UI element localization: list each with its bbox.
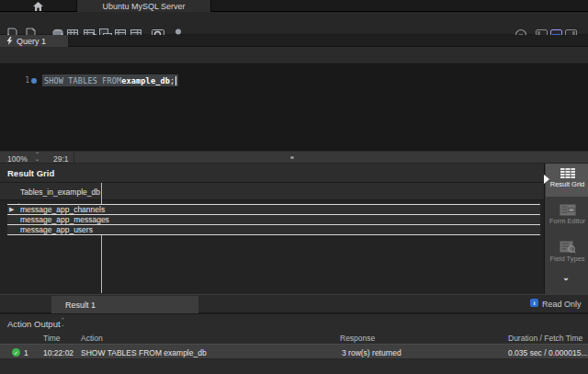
zoom-level: 100% [7, 154, 28, 164]
sql-keywords: SHOW TABLES FROM [44, 76, 121, 85]
sidebar-item-form-editor[interactable]: Form Editor [546, 200, 588, 235]
row-duration: 0.035 sec / 0.000015... [508, 348, 587, 357]
row-index: 1 [24, 348, 28, 357]
action-output-row[interactable]: ✓ 1 10:22:02 SHOW TABLES FROM example_db… [0, 344, 588, 359]
connection-tab[interactable]: Ubuntu MySQL Server [77, 0, 211, 12]
col-header-duration: Duration / Fetch Time [508, 334, 582, 343]
sidebar-item-field-types[interactable]: Field Types [546, 237, 588, 274]
success-check-icon: ✓ [12, 348, 20, 357]
action-output-selector-icon[interactable]: ⌃⌄ [61, 318, 65, 327]
home-tab[interactable] [0, 0, 77, 12]
editor-status-bar: 100% ⌃⌄ 29:1 [0, 151, 588, 164]
chevron-down-icon[interactable]: ⌄ [544, 273, 588, 282]
result-grid-toolbar: Result Grid Filter Rows: Export: [0, 164, 544, 183]
col-header-time: Time [43, 334, 61, 343]
selected-row-marker-icon: ▶ [9, 206, 14, 213]
result-grid-icon [560, 167, 576, 179]
home-icon [33, 2, 43, 11]
col-header-action: Action [81, 334, 103, 343]
status-divider [74, 152, 74, 163]
read-only-label: Read Only [542, 300, 582, 309]
text-caret [175, 76, 176, 85]
field-types-icon [560, 241, 576, 254]
sql-editor[interactable]: 1 SHOW TABLES FROM example_db ; [0, 64, 588, 151]
connection-tab-label: Ubuntu MySQL Server [102, 2, 185, 11]
read-only-info-icon: i [530, 299, 538, 307]
row-action: SHOW TABLES FROM example_db [81, 348, 207, 357]
sql-identifier: example_db [121, 76, 170, 85]
line-number: 1 [17, 76, 29, 85]
editor-line-1: 1 SHOW TABLES FROM example_db ; [0, 70, 588, 81]
action-output-title: Action Output [7, 319, 61, 329]
query-bolt-icon [6, 37, 13, 45]
splitter-handle[interactable] [290, 156, 294, 159]
query-tab-bar: Query 1 [0, 35, 588, 47]
grid-column-header: Tables_in_example_db [20, 187, 100, 197]
result-grid-title: Result Grid [7, 168, 54, 178]
editor-toolbar: Limit to 1000 rows ▲▼ ¶ ↵ [0, 47, 588, 64]
collapse-side-panel-icon[interactable] [544, 175, 549, 184]
row-response: 3 row(s) returned [342, 348, 401, 357]
mysql-workbench-window: Ubuntu MySQL Server [0, 0, 588, 374]
form-editor-icon [560, 204, 576, 216]
sidebar-item-label: Form Editor [546, 218, 588, 225]
result-tab[interactable]: Result 1 [51, 296, 198, 313]
grid-cell: message_app_channels [7, 205, 105, 214]
sidebar-item-result-grid[interactable]: Result Grid [546, 164, 588, 197]
main-toolbar [0, 12, 588, 35]
window-tab-bar: Ubuntu MySQL Server [0, 0, 588, 12]
sidebar-item-label: Result Grid [546, 181, 588, 188]
sidebar-item-label: Field Types [546, 255, 588, 263]
grid-row-border [7, 234, 540, 235]
grid-column-divider[interactable] [101, 183, 102, 293]
query-tab-label: Query 1 [17, 37, 46, 46]
sql-terminator: ; [170, 76, 175, 85]
grid-row-2[interactable]: message_app_messages [7, 214, 540, 224]
col-header-response: Response [340, 334, 375, 343]
grid-header-row[interactable]: Tables_in_example_db [0, 183, 544, 200]
result-tab-label: Result 1 [65, 300, 96, 310]
statement-marker-dot [31, 78, 37, 84]
caret-position: 29:1 [53, 154, 69, 164]
result-tab-bar: Result 1 [0, 294, 588, 313]
action-output-panel: Action Output ⌃⌄ Time Action Response Du… [0, 313, 588, 374]
grid-row-1[interactable]: message_app_channels [7, 204, 540, 214]
query-tab[interactable]: Query 1 [0, 35, 68, 47]
result-grid-panel: Tables_in_example_db message_app_channel… [0, 183, 544, 294]
grid-cell: message_app_messages [7, 215, 109, 224]
grid-row-3[interactable]: message_app_users [7, 224, 540, 234]
zoom-stepper-icon[interactable]: ⌃⌄ [35, 153, 40, 162]
sql-statement: SHOW TABLES FROM example_db ; [42, 74, 178, 86]
row-time: 10:22:02 [43, 348, 74, 357]
grid-cell: message_app_users [7, 225, 93, 234]
